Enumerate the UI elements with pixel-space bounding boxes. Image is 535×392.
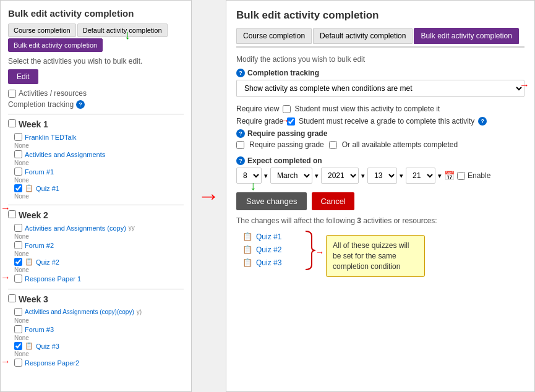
week3-section: Week 3 Activities and Assignments (copy)… bbox=[8, 294, 184, 368]
quiz1-icon: 📋 bbox=[25, 184, 33, 192]
tab-bulk-edit-left[interactable]: Bulk edit activity completion bbox=[8, 38, 103, 52]
enable-checkbox[interactable] bbox=[457, 172, 465, 180]
forum2-none: None bbox=[8, 250, 184, 257]
hour-select[interactable]: 13 bbox=[367, 168, 397, 184]
week3-response-row: Response Paper2 bbox=[8, 357, 184, 368]
quiz2-checkbox[interactable] bbox=[14, 258, 22, 266]
year-chevron: ▾ bbox=[361, 172, 365, 180]
changes-prefix: The changes will affect the following bbox=[236, 216, 355, 225]
require-grade-label: Require grade bbox=[236, 117, 283, 126]
forum1-checkbox[interactable] bbox=[14, 168, 22, 176]
response2-link[interactable]: Response Paper2 bbox=[25, 359, 79, 367]
activities-label: Activities / resources bbox=[19, 89, 87, 98]
week2-activities-row: Activities and Assignments (copy) yy bbox=[8, 223, 184, 233]
passing-grade-info-icon: ? bbox=[236, 129, 245, 138]
tab-course-completion-left[interactable]: Course completion bbox=[8, 23, 76, 37]
completion-info-icon: ? bbox=[76, 100, 85, 109]
center-arrow-area: → bbox=[192, 0, 226, 392]
week3-checkbox[interactable] bbox=[8, 294, 16, 302]
quiz2-icon: 📋 bbox=[25, 258, 33, 266]
completion-tracking-info-icon: ? bbox=[236, 69, 245, 77]
date-row: 8 ▾ March ▾ 2021 ▾ 13 ▾ 21 ▾ 📅 Enable bbox=[236, 168, 524, 184]
day-select[interactable]: 8 bbox=[236, 168, 262, 184]
right-title: Bulk edit activity completion bbox=[236, 9, 524, 22]
year-select[interactable]: 2021 bbox=[321, 168, 359, 184]
save-button[interactable]: Save changes bbox=[236, 192, 307, 210]
cancel-button[interactable]: Cancel bbox=[312, 192, 354, 210]
tedtalk-checkbox[interactable] bbox=[14, 133, 22, 141]
affected-list: 📋 Quiz #1 📋 Quiz #2 📋 Quiz #3 → All of t… bbox=[236, 230, 524, 269]
activities1-checkbox[interactable] bbox=[14, 150, 22, 158]
completion-tracking-field-label: ? Completion tracking bbox=[236, 69, 524, 77]
quiz1-none: None bbox=[8, 193, 184, 200]
forum3-checkbox[interactable] bbox=[14, 325, 22, 333]
tab-course-completion-right[interactable]: Course completion bbox=[236, 28, 312, 44]
edit-button[interactable]: Edit bbox=[8, 69, 38, 84]
quiz1-link[interactable]: Quiz #1 bbox=[36, 185, 59, 192]
require-view-desc: Student must view this activity to compl… bbox=[294, 104, 440, 113]
response2-checkbox[interactable] bbox=[14, 359, 22, 367]
activities2-link[interactable]: Activities and Assignments (copy) bbox=[25, 224, 126, 232]
activities-checkbox[interactable] bbox=[8, 90, 16, 98]
activities1-none: None bbox=[8, 160, 184, 166]
forum3-link[interactable]: Forum #3 bbox=[25, 326, 54, 333]
week3-quiz-row: 📋 Quiz #3 bbox=[8, 341, 184, 351]
activities2-checkbox[interactable] bbox=[14, 224, 22, 232]
quiz2-affected-label: Quiz #2 bbox=[256, 245, 281, 254]
month-chevron: ▾ bbox=[315, 172, 319, 180]
response1-checkbox[interactable] bbox=[14, 275, 22, 283]
quiz2-none: None bbox=[8, 266, 184, 273]
all-attempts-checkbox[interactable] bbox=[329, 141, 337, 149]
require-grade-checkbox[interactable] bbox=[287, 117, 295, 126]
month-select[interactable]: March bbox=[270, 168, 312, 184]
quiz3-affected-icon: 📋 bbox=[242, 258, 252, 267]
response1-link[interactable]: Response Paper 1 bbox=[25, 275, 81, 283]
passing-grade-text: Require passing grade bbox=[249, 140, 324, 149]
select-label: Select the activities you wish to bulk e… bbox=[8, 57, 184, 66]
week1-tedtalk-row: Franklin TEDTalk bbox=[8, 132, 184, 142]
left-tabs: Course completion Default activity compl… bbox=[8, 23, 184, 52]
minute-chevron: ▾ bbox=[438, 172, 442, 180]
tab-default-activity-left[interactable]: Default activity completion bbox=[77, 23, 168, 37]
week2-response-row: Response Paper 1 bbox=[8, 273, 184, 284]
activities3-link[interactable]: Activities and Assignments (copy)(copy) bbox=[25, 309, 134, 315]
require-grade-info-icon: ? bbox=[478, 117, 487, 126]
tedtalk-none: None bbox=[8, 142, 184, 149]
activities1-link[interactable]: Activities and Assignments bbox=[25, 151, 105, 158]
week2-section: Week 2 Activities and Assignments (copy)… bbox=[8, 210, 184, 284]
quiz2-link[interactable]: Quiz #2 bbox=[36, 258, 59, 266]
forum2-link[interactable]: Forum #2 bbox=[25, 242, 54, 249]
quiz3-checkbox[interactable] bbox=[14, 342, 22, 350]
quiz3-none: None bbox=[8, 351, 184, 357]
minute-select[interactable]: 21 bbox=[406, 168, 435, 184]
forum2-checkbox[interactable] bbox=[14, 241, 22, 249]
quiz3-icon: 📋 bbox=[25, 342, 33, 350]
action-buttons: Save changes Cancel ↓ bbox=[236, 192, 524, 210]
tab-bulk-edit-right[interactable]: Bulk edit activity completion bbox=[414, 28, 518, 44]
completion-tracking-section: ? Completion tracking Show activity as c… bbox=[236, 69, 524, 97]
completion-tracking-select[interactable]: Show activity as complete when condition… bbox=[236, 80, 524, 97]
activities3-suffix: y) bbox=[137, 309, 142, 315]
center-big-arrow: → bbox=[198, 183, 220, 209]
forum3-none: None bbox=[8, 334, 184, 341]
week1-section: Week 1 Franklin TEDTalk None Activities … bbox=[8, 119, 184, 200]
left-panel: Bulk edit activity completion Course com… bbox=[0, 0, 192, 392]
passing-grade-checkbox[interactable] bbox=[236, 141, 244, 149]
quiz1-affected-label: Quiz #1 bbox=[256, 232, 281, 241]
week1-checkbox[interactable] bbox=[8, 119, 16, 127]
require-view-checkbox[interactable] bbox=[283, 105, 291, 113]
week2-checkbox[interactable] bbox=[8, 210, 16, 218]
calendar-icon[interactable]: 📅 bbox=[444, 171, 455, 181]
right-tabs: Course completion Default activity compl… bbox=[236, 28, 524, 48]
quiz1-checkbox[interactable] bbox=[14, 184, 22, 192]
quiz3-affected-row: 📋 Quiz #3 bbox=[242, 256, 524, 269]
quiz3-link[interactable]: Quiz #3 bbox=[36, 343, 59, 350]
forum1-link[interactable]: Forum #1 bbox=[25, 168, 54, 176]
changes-count: 3 bbox=[357, 216, 361, 225]
week2-heading: Week 2 bbox=[8, 210, 184, 220]
require-passing-grade-label: ? Require passing grade bbox=[236, 129, 524, 138]
activities3-checkbox[interactable] bbox=[14, 308, 22, 316]
quiz3-affected-label: Quiz #3 bbox=[256, 258, 281, 267]
tab-default-activity-right[interactable]: Default activity completion bbox=[313, 28, 413, 44]
tedtalk-link[interactable]: Franklin TEDTalk bbox=[25, 134, 77, 141]
